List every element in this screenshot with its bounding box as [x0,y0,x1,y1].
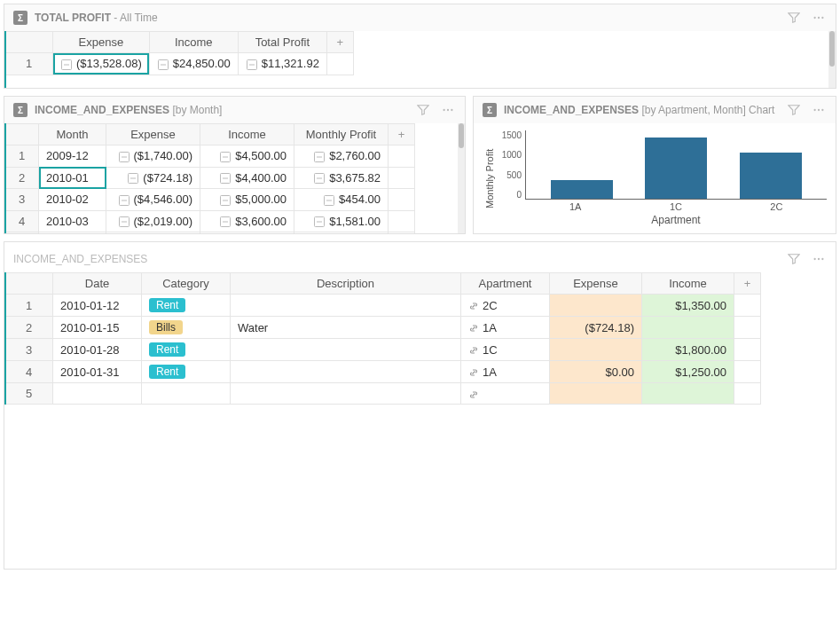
table-row[interactable]: 42010-03($2,019.00)$3,600.00$1,581.00 [5,210,465,232]
cell-category[interactable] [142,383,231,405]
col-category[interactable]: Category [142,273,231,295]
cell-total-profit[interactable]: $11,321.92 [238,53,326,75]
cell-income[interactable]: $4,300.00 [200,232,294,233]
row-number[interactable]: 2 [5,317,53,339]
detail-icon[interactable] [157,59,169,71]
detail-icon[interactable] [118,194,130,207]
filter-icon[interactable] [786,251,802,267]
cell-apartment[interactable]: 1A [461,317,550,339]
row-number[interactable]: 4 [5,210,39,232]
detail-icon[interactable] [118,151,130,163]
cell-description[interactable] [231,339,461,361]
cell-expense[interactable] [550,295,642,317]
cell-date[interactable] [53,383,142,405]
chart-bar[interactable] [645,138,707,199]
cell-expense[interactable] [550,383,642,405]
table-row[interactable]: 1 ($13,528.08) $24,850.00 $11,321.92 [5,53,354,75]
scrollbar[interactable] [828,31,836,88]
col-income[interactable]: Income [149,32,238,53]
detail-icon[interactable] [246,59,258,71]
cell-apartment[interactable] [461,383,550,405]
col-total-profit[interactable]: Total Profit [238,32,326,53]
cell-category[interactable]: Rent [142,339,231,361]
detail-icon[interactable] [313,172,326,185]
col-monthly-profit[interactable]: Monthly Profit [294,124,389,145]
row-number[interactable]: 1 [5,145,39,168]
table-row[interactable]: 32010-02($4,546.00)$5,000.00$454.00 [5,189,465,211]
cell-income[interactable]: $4,400.00 [200,167,294,189]
table-row[interactable]: 32010-01-28Rent1C$1,800.00 [5,339,836,361]
filter-icon[interactable] [786,102,802,118]
detail-icon[interactable] [127,172,139,185]
cell-month[interactable]: 2010-01 [39,167,106,189]
cell-income[interactable] [642,317,734,339]
cell-date[interactable]: 2010-01-12 [53,295,142,317]
col-expense[interactable]: Expense [106,124,200,145]
table-row[interactable]: 22010-01($724.18)$4,400.00$3,675.82 [5,167,465,189]
row-number[interactable]: 3 [5,189,39,211]
cell-monthly-profit[interactable]: $3,675.82 [294,167,389,189]
cell-date[interactable]: 2010-01-15 [53,317,142,339]
row-number[interactable]: 1 [5,53,53,75]
row-number[interactable]: 4 [5,361,53,383]
cell-monthly-profit[interactable]: $454.00 [294,189,389,211]
detail-icon[interactable] [219,194,232,207]
cell-monthly-profit[interactable]: $2,288.44 [294,232,389,233]
cell-expense[interactable]: ($724.18) [106,167,200,189]
add-column-button[interactable]: + [326,32,353,53]
cell-apartment[interactable]: 1C [461,339,550,361]
cell-income[interactable]: $3,600.00 [200,210,294,232]
detail-icon[interactable] [313,216,326,228]
cell-date[interactable]: 2010-01-31 [53,361,142,383]
cell-expense[interactable]: ($1,740.00) [106,145,200,168]
cell-income[interactable]: $1,250.00 [642,361,734,383]
more-icon[interactable] [811,102,827,118]
cell-apartment[interactable]: 1A [461,361,550,383]
col-expense[interactable]: Expense [53,32,150,53]
row-number[interactable]: 5 [5,383,53,405]
cell-expense[interactable]: ($13,528.08) [53,53,150,75]
chart-bar[interactable] [551,180,613,199]
table-row[interactable]: 12009-12($1,740.00)$4,500.00$2,760.00 [5,145,465,168]
detail-icon[interactable] [323,194,335,207]
more-icon[interactable] [811,10,827,26]
cell-income[interactable]: $1,800.00 [642,339,734,361]
cell-description[interactable]: Water [231,317,461,339]
cell-expense[interactable]: $0.00 [550,361,642,383]
table-row[interactable]: 5 [5,383,836,405]
row-number[interactable]: 5 [5,232,39,233]
row-number[interactable]: 3 [5,339,53,361]
cell-expense[interactable]: ($2,011.56) [106,232,200,233]
filter-icon[interactable] [786,10,802,26]
detail-icon[interactable] [313,151,326,163]
col-date[interactable]: Date [53,273,142,295]
col-description[interactable]: Description [231,273,461,295]
col-month[interactable]: Month [39,124,106,145]
detail-icon[interactable] [60,59,73,71]
cell-monthly-profit[interactable]: $1,581.00 [294,210,389,232]
cell-income[interactable]: $1,350.00 [642,295,734,317]
detail-icon[interactable] [219,151,232,163]
table-row[interactable]: 12010-01-12Rent2C$1,350.00 [5,295,836,317]
cell-income[interactable]: $5,000.00 [200,189,294,211]
filter-icon[interactable] [415,102,431,118]
table-row[interactable]: 42010-01-31Rent1A$0.00$1,250.00 [5,361,836,383]
cell-monthly-profit[interactable]: $2,760.00 [294,145,389,168]
cell-description[interactable] [231,361,461,383]
cell-expense[interactable]: ($2,019.00) [106,210,200,232]
table-row[interactable]: 22010-01-15BillsWater1A($724.18) [5,317,836,339]
cell-category[interactable]: Bills [142,317,231,339]
cell-description[interactable] [231,295,461,317]
cell-month[interactable]: 2010-04 [39,232,106,233]
add-column-button[interactable]: + [389,124,415,145]
cell-income[interactable] [642,383,734,405]
detail-icon[interactable] [219,216,232,228]
cell-category[interactable]: Rent [142,295,231,317]
row-number[interactable]: 2 [5,167,39,189]
cell-month[interactable]: 2009-12 [39,145,106,168]
table-row[interactable]: 52010-04($2,011.56)$4,300.00$2,288.44 [5,232,465,233]
cell-month[interactable]: 2010-03 [39,210,106,232]
more-icon[interactable] [440,102,456,118]
chart-bar[interactable] [740,153,802,199]
col-expense[interactable]: Expense [550,273,642,295]
